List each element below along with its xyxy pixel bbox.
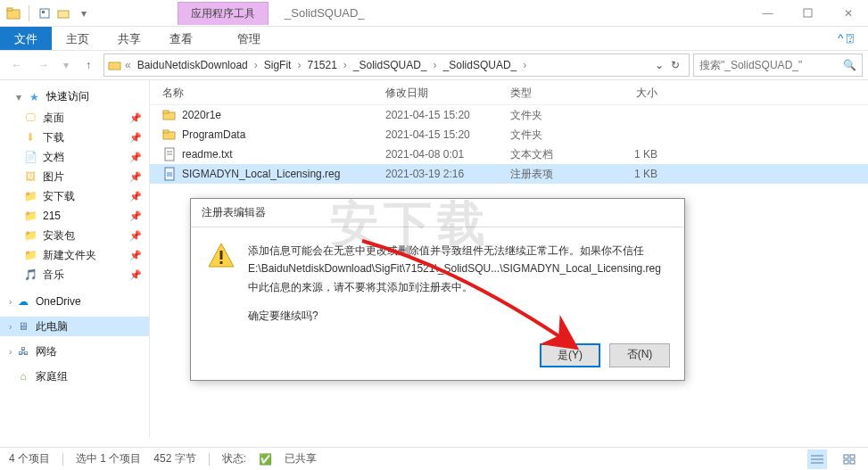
nav-item-icon: 🎵 bbox=[23, 268, 37, 282]
window-title: _SolidSQUAD_ bbox=[285, 6, 365, 20]
ribbon-help-icon[interactable]: ^ ⍰ bbox=[823, 27, 868, 50]
nav-item-icon: ⬇ bbox=[23, 130, 37, 144]
breadcrumb[interactable]: « BaiduNetdiskDownload› SigFit› 71521› _… bbox=[103, 54, 690, 77]
quick-access-toolbar: ▾ bbox=[0, 5, 97, 21]
file-date: 2021-04-15 15:20 bbox=[385, 128, 510, 141]
sidebar-item[interactable]: 🖼图片📌 bbox=[0, 167, 149, 186]
nav-item-icon: 🖼 bbox=[23, 169, 37, 184]
svg-rect-24 bbox=[844, 460, 848, 464]
col-date[interactable]: 修改日期 bbox=[385, 86, 510, 101]
table-row[interactable]: 2020r1e2021-04-15 15:20文件夹 bbox=[150, 105, 868, 125]
table-row[interactable]: readme.txt2021-04-08 0:01文本文档1 KB bbox=[150, 144, 868, 164]
breadcrumb-seg[interactable]: SigFit bbox=[260, 57, 295, 73]
file-name: 2020r1e bbox=[182, 109, 221, 121]
close-button[interactable]: ✕ bbox=[828, 0, 868, 26]
svg-rect-5 bbox=[804, 9, 812, 17]
sidebar-item[interactable]: 📄文档📌 bbox=[0, 147, 149, 167]
search-box[interactable]: 🔍 bbox=[693, 54, 863, 77]
pin-icon: 📌 bbox=[129, 250, 142, 261]
address-dropdown-icon[interactable]: ⌄ bbox=[655, 59, 664, 71]
sidebar-item[interactable]: 🎵音乐📌 bbox=[0, 265, 149, 284]
yes-button[interactable]: 是(Y) bbox=[540, 343, 600, 367]
svg-rect-10 bbox=[163, 130, 169, 133]
nav-item-label: 安装包 bbox=[43, 228, 75, 243]
qat-properties-icon[interactable] bbox=[37, 5, 53, 21]
nav-item-icon: 📁 bbox=[23, 209, 37, 223]
nav-history-button[interactable]: ▾ bbox=[59, 54, 73, 77]
address-bar-row: ← → ▾ ↑ « BaiduNetdiskDownload› SigFit› … bbox=[0, 50, 868, 80]
file-size: 1 KB bbox=[595, 148, 657, 161]
nav-onedrive[interactable]: ›☁OneDrive bbox=[0, 292, 149, 311]
context-tab-header: 应用程序工具 bbox=[178, 2, 269, 25]
sidebar-item[interactable]: ⬇下载📌 bbox=[0, 128, 149, 147]
dialog-message: 添加信息可能会在无意中更改或删除值并导致组件无法继续正常工作。如果你不信任 E:… bbox=[248, 242, 661, 326]
status-state-label: 状态: bbox=[222, 451, 246, 466]
pin-icon: 📌 bbox=[129, 210, 142, 222]
search-icon[interactable]: 🔍 bbox=[843, 59, 856, 71]
breadcrumb-seg[interactable]: 71521 bbox=[303, 57, 340, 73]
file-name: ProgramData bbox=[182, 128, 245, 141]
nav-item-label: 桌面 bbox=[43, 111, 64, 126]
view-details-button[interactable] bbox=[807, 449, 827, 469]
nav-forward-button[interactable]: → bbox=[32, 54, 55, 77]
col-type[interactable]: 类型 bbox=[510, 86, 595, 101]
svg-rect-17 bbox=[220, 251, 223, 260]
svg-rect-25 bbox=[850, 460, 855, 464]
breadcrumb-seg[interactable]: _SolidSQUAD_ bbox=[350, 57, 431, 73]
status-selected: 选中 1 个项目 bbox=[76, 451, 141, 466]
warning-icon bbox=[207, 242, 236, 270]
breadcrumb-folder-icon bbox=[108, 58, 122, 72]
sidebar-item[interactable]: 📁215📌 bbox=[0, 206, 149, 226]
nav-item-icon: 📁 bbox=[23, 189, 37, 203]
file-date: 2021-04-08 0:01 bbox=[385, 148, 510, 161]
tab-file[interactable]: 文件 bbox=[0, 27, 52, 50]
table-row[interactable]: ProgramData2021-04-15 15:20文件夹 bbox=[150, 125, 868, 144]
col-size[interactable]: 大小 bbox=[595, 86, 657, 101]
tab-view[interactable]: 查看 bbox=[155, 27, 207, 50]
breadcrumb-seg[interactable]: _SolidSQUAD_ bbox=[440, 57, 521, 73]
sidebar-item[interactable]: 📁安下载📌 bbox=[0, 186, 149, 206]
file-type: 文件夹 bbox=[510, 108, 595, 123]
nav-quick-access[interactable]: ▾ ★ 快速访问 bbox=[0, 86, 149, 108]
qat-newfolder-icon[interactable] bbox=[56, 5, 72, 21]
nav-pane[interactable]: ▾ ★ 快速访问 🖵桌面📌⬇下载📌📄文档📌🖼图片📌📁安下载📌📁215📌📁安装包📌… bbox=[0, 80, 150, 437]
nav-item-label: 文档 bbox=[43, 150, 64, 165]
file-type: 注册表项 bbox=[510, 167, 595, 182]
tab-manage[interactable]: 管理 bbox=[223, 27, 275, 50]
svg-rect-6 bbox=[109, 62, 120, 70]
nav-up-button[interactable]: ↑ bbox=[77, 54, 100, 77]
maximize-button[interactable] bbox=[788, 0, 828, 26]
nav-network[interactable]: ›🖧网络 bbox=[0, 342, 149, 361]
nav-item-label: 下载 bbox=[43, 130, 64, 145]
table-row[interactable]: SIGMADYN_Local_Licensing.reg2021-03-19 2… bbox=[150, 164, 868, 184]
qat-dropdown-icon[interactable]: ▾ bbox=[76, 5, 92, 21]
breadcrumb-seg[interactable]: BaiduNetdiskDownload bbox=[134, 57, 252, 73]
sidebar-item[interactable]: 📁安装包📌 bbox=[0, 226, 149, 245]
nav-item-label: 215 bbox=[43, 210, 61, 222]
col-name[interactable]: 名称 bbox=[162, 86, 385, 101]
nav-this-pc[interactable]: ›🖥此电脑 bbox=[0, 317, 149, 336]
view-large-button[interactable] bbox=[839, 449, 859, 469]
column-headers[interactable]: 名称 修改日期 类型 大小 bbox=[150, 80, 868, 105]
ribbon-tabs: 文件 主页 共享 查看 管理 ^ ⍰ bbox=[0, 27, 868, 50]
file-name: readme.txt bbox=[182, 148, 233, 161]
chevron-right-icon[interactable]: « bbox=[124, 59, 132, 71]
nav-homegroup[interactable]: ⌂家庭组 bbox=[0, 367, 149, 386]
search-input[interactable] bbox=[699, 59, 843, 71]
pin-icon: 📌 bbox=[129, 171, 142, 183]
tab-home[interactable]: 主页 bbox=[52, 27, 103, 50]
file-icon bbox=[162, 108, 177, 122]
pin-icon: 📌 bbox=[129, 191, 142, 202]
refresh-icon[interactable]: ↻ bbox=[665, 59, 685, 71]
sidebar-item[interactable]: 🖵桌面📌 bbox=[0, 108, 149, 128]
file-date: 2021-03-19 2:16 bbox=[385, 168, 510, 180]
dialog-title: 注册表编辑器 bbox=[191, 199, 684, 227]
nav-item-icon: 📁 bbox=[23, 248, 37, 262]
nav-back-button[interactable]: ← bbox=[5, 54, 29, 77]
minimize-button[interactable]: ― bbox=[748, 0, 788, 26]
tab-share[interactable]: 共享 bbox=[103, 27, 155, 50]
svg-rect-23 bbox=[850, 455, 855, 458]
sidebar-item[interactable]: 📁新建文件夹📌 bbox=[0, 245, 149, 265]
no-button[interactable]: 否(N) bbox=[609, 343, 670, 367]
svg-rect-4 bbox=[58, 11, 69, 18]
